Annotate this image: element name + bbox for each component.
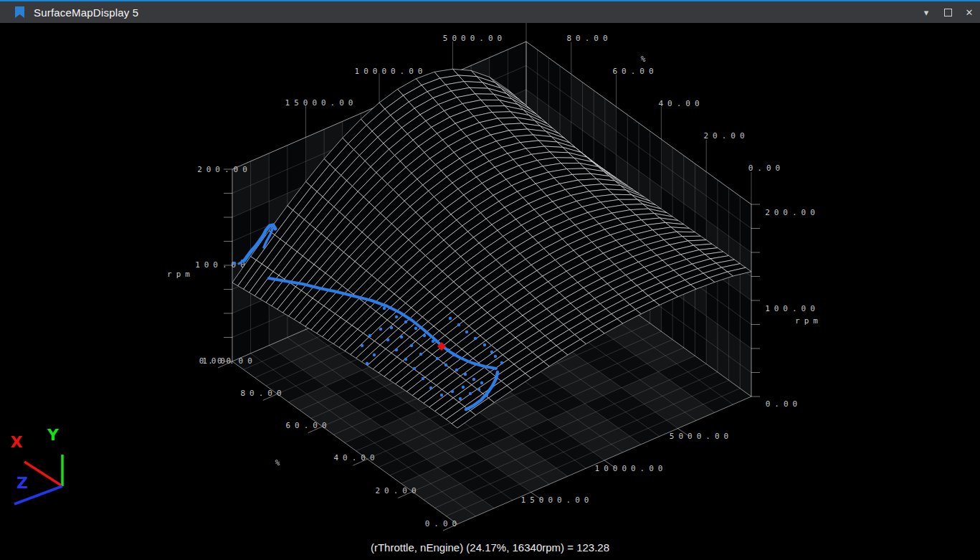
status-text: (rThrottle, nEngine) (24.17%, 16340rpm) … [0, 541, 980, 554]
triad-y-label: Y [47, 426, 60, 444]
bookmark-icon [15, 6, 24, 18]
surface-wireframe [232, 69, 751, 428]
maximize-icon [944, 9, 952, 16]
app-window: 5000.0010000.0015000.0080.00%60.0040.002… [0, 0, 980, 560]
window-menu-button[interactable]: ▾ [915, 1, 937, 23]
window-title: SurfaceMapDisplay 5 [34, 6, 138, 19]
close-button[interactable]: ✕ [958, 1, 980, 23]
plot-area[interactable]: 5000.0010000.0015000.0080.00%60.0040.002… [0, 0, 980, 560]
title-bar: SurfaceMapDisplay 5 ▾ ✕ [0, 0, 980, 23]
maximize-button[interactable] [937, 1, 958, 23]
orientation-triad: XYZ [11, 426, 62, 504]
triad-z-label: Z [16, 474, 28, 492]
surface-layer: XYZ [0, 0, 980, 560]
window-controls: ▾ ✕ [915, 1, 980, 23]
triad-x-label: X [11, 433, 23, 451]
